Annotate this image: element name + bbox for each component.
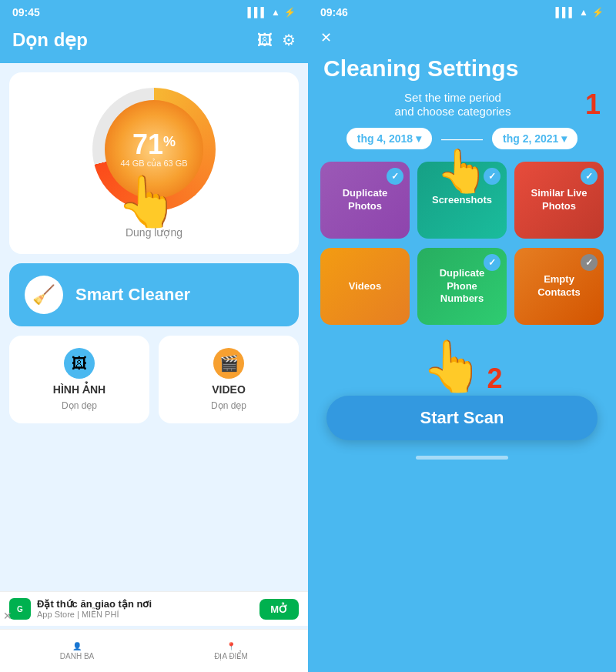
nav-dia-diem[interactable]: 📍 ĐỊA ĐIỂM: [154, 642, 308, 660]
home-indicator: [416, 456, 508, 460]
cat-screenshots[interactable]: ✓ Screenshots 👆: [417, 162, 507, 239]
date-from-chip[interactable]: thg 4, 2018 ▾: [346, 128, 432, 149]
cat-duplicate-photos[interactable]: ✓ Duplicate Photos: [320, 162, 410, 239]
check-empty-contacts: ✓: [581, 254, 598, 271]
time-right: 09:46: [320, 6, 348, 18]
check-similar-live: ✓: [581, 168, 598, 185]
subtitle-row: Set the time periodand choose categories…: [308, 91, 616, 128]
grab-logo: G: [9, 598, 31, 620]
status-icons-left: ▌▌▌ ▲ ⚡: [248, 7, 296, 18]
storage-card: 71 % 44 GB của 63 GB 👆 Dung lượng: [9, 72, 299, 254]
date-separator: ———: [441, 131, 483, 147]
start-scan-button[interactable]: Start Scan: [326, 396, 598, 440]
status-bar-right: 09:46 ▌▌▌ ▲ ⚡: [308, 0, 616, 23]
mo-button[interactable]: MỞ: [259, 599, 299, 620]
cat-empty-contacts-label: Empty Contacts: [522, 273, 596, 299]
hand-cursor-left: 👆: [116, 172, 179, 231]
nav-danh-ba[interactable]: 👤 DANH BA: [0, 642, 154, 660]
settings-icon[interactable]: ⚙: [282, 31, 296, 49]
cat-empty-contacts[interactable]: ✓ Empty Contacts: [514, 248, 604, 325]
ad-close-icon[interactable]: ✕: [3, 610, 12, 622]
hinh-anh-label: HÌNH ẢNH: [53, 383, 105, 396]
date-range-row: thg 4, 2018 ▾ ——— thg 2, 2021 ▾: [308, 128, 616, 162]
percent-number: 71: [132, 131, 163, 159]
status-bar-left: 09:45 ▌▌▌ ▲ ⚡: [0, 0, 308, 23]
smart-cleaner-button[interactable]: 🧹 Smart Cleaner: [9, 263, 299, 326]
step1-badge: 1: [585, 91, 601, 119]
percent-sign: %: [163, 134, 176, 150]
image-icon: 🖼: [64, 348, 95, 379]
left-panel: 09:45 ▌▌▌ ▲ ⚡ Dọn dẹp 🖼 ⚙ 71 % 44 G: [0, 0, 308, 672]
date-to-chip[interactable]: thg 2, 2021 ▾: [492, 128, 578, 149]
status-icons-right: ▌▌▌ ▲ ⚡: [556, 7, 604, 18]
check-duplicate-photos: ✓: [387, 168, 403, 185]
cat-duplicate-phone[interactable]: ✓ Duplicate Phone Numbers: [417, 248, 507, 325]
video-sub: Dọn dẹp: [211, 400, 246, 411]
percent-display: 71 %: [132, 131, 176, 159]
ad-text-block: Đặt thức ăn giao tận nơi App Store | MIỄ…: [37, 598, 253, 620]
step2-badge: 2: [487, 365, 502, 393]
cat-duplicate-phone-label: Duplicate Phone Numbers: [425, 267, 499, 306]
dia-diem-label: ĐỊA ĐIỂM: [214, 652, 247, 660]
top-bar-icons: 🖼 ⚙: [257, 31, 296, 49]
photo-lock-icon[interactable]: 🖼: [257, 32, 273, 49]
check-duplicate-phone: ✓: [484, 254, 500, 271]
signal-icon-right: ▌▌▌: [556, 7, 576, 18]
check-screenshots: ✓: [484, 168, 500, 185]
categories-grid-row2: Videos ✓ Duplicate Phone Numbers ✓ Empty…: [308, 248, 616, 334]
video-icon: 🎬: [213, 348, 244, 379]
subtitle-text: Set the time periodand choose categories: [323, 91, 582, 119]
cat-videos-label: Videos: [349, 280, 381, 293]
cat-similar-live-label: Similar Live Photos: [522, 187, 596, 213]
close-button[interactable]: ✕: [308, 23, 616, 52]
video-item[interactable]: 🎬 VIDEO Dọn dẹp: [159, 336, 299, 423]
battery-icon-right: ⚡: [592, 7, 604, 18]
bottom-nav: 👤 DANH BA 📍 ĐỊA ĐIỂM: [0, 629, 308, 672]
cleaning-title: Cleaning Settings: [308, 52, 616, 91]
hand-scan-row: 👆 2: [326, 337, 598, 396]
cat-videos[interactable]: Videos: [320, 248, 410, 325]
hinh-anh-item[interactable]: 🖼 HÌNH ẢNH Dọn dẹp: [9, 336, 149, 423]
wifi-icon: ▲: [271, 7, 280, 18]
hinh-anh-sub: Dọn dẹp: [62, 400, 97, 411]
storage-detail: 44 GB của 63 GB: [120, 159, 187, 169]
cleaner-icon: 🧹: [25, 276, 63, 314]
cat-duplicate-photos-label: Duplicate Photos: [328, 187, 402, 213]
ad-main-text: Đặt thức ăn giao tận nơi: [37, 598, 253, 610]
time-left: 09:45: [12, 6, 40, 18]
battery-icon: ⚡: [284, 7, 296, 18]
scan-section: 👆 2 Start Scan: [308, 334, 616, 450]
subtitle-line1: Set the time periodand choose categories: [395, 91, 511, 118]
cat-screenshots-label: Screenshots: [432, 194, 492, 207]
wifi-icon-right: ▲: [579, 7, 588, 18]
top-bar-left: Dọn dẹp 🖼 ⚙: [0, 23, 308, 63]
categories-grid-row1: ✓ Duplicate Photos ✓ Screenshots 👆 ✓ Sim…: [308, 162, 616, 248]
danh-ba-label: DANH BA: [60, 652, 94, 660]
video-label: VIDEO: [212, 383, 246, 396]
feature-grid: 🖼 HÌNH ẢNH Dọn dẹp 🎬 VIDEO Dọn dẹp: [9, 336, 299, 423]
right-panel: 09:46 ▌▌▌ ▲ ⚡ ✕ Cleaning Settings Set th…: [308, 0, 616, 672]
signal-icon: ▌▌▌: [248, 7, 268, 18]
hand-cursor-scan: 👆: [421, 337, 484, 396]
dia-diem-icon: 📍: [226, 642, 236, 650]
ad-bar: G Đặt thức ăn giao tận nơi App Store | M…: [0, 591, 308, 626]
app-title: Dọn dẹp: [12, 29, 88, 51]
cat-similar-live-photos[interactable]: ✓ Similar Live Photos: [514, 162, 604, 239]
danh-ba-icon: 👤: [72, 642, 82, 650]
ad-sub-text: App Store | MIỄN PHÍ: [37, 610, 253, 620]
smart-cleaner-label: Smart Cleaner: [75, 285, 190, 305]
